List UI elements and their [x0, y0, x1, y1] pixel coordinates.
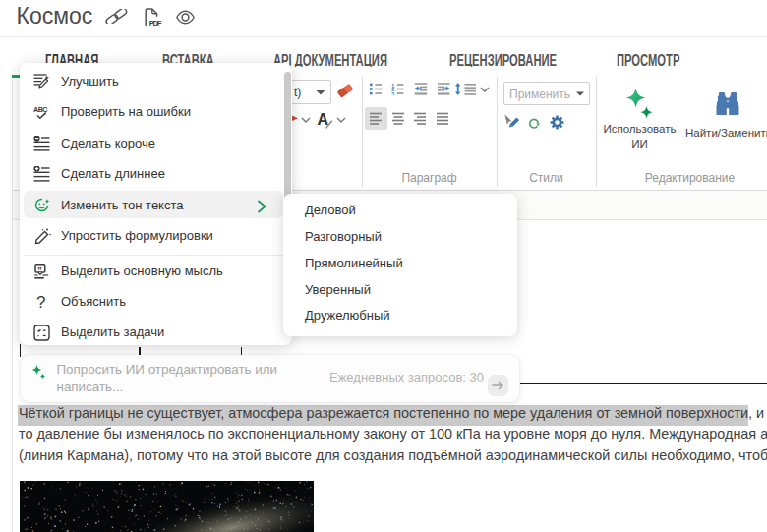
svg-text:PDF: PDF — [149, 19, 162, 27]
svg-text:3: 3 — [391, 91, 394, 95]
